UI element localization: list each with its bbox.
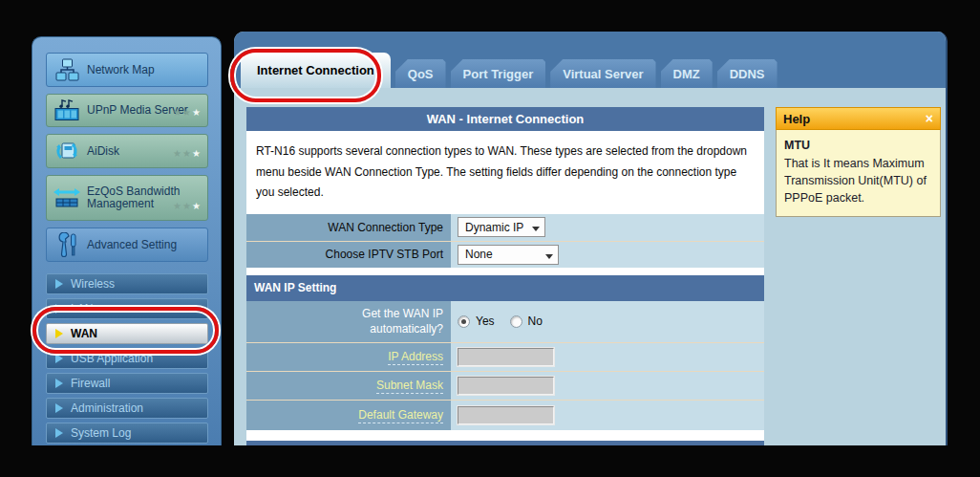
help-panel: Help × MTU That is It means Maximum Tran…	[776, 107, 941, 217]
sidebar-item-wan[interactable]: WAN	[46, 323, 208, 344]
tab-bar: Internet Connection QoS Port Trigger Vir…	[241, 32, 778, 88]
sidebar-item-firewall[interactable]: Firewall	[46, 373, 208, 394]
content-card: WAN - Internet Connection RT-N16 support…	[246, 107, 764, 445]
sidebar-item-administration[interactable]: Administration	[46, 398, 208, 419]
select-value: Dynamic IP	[465, 221, 523, 234]
subnet-mask-input[interactable]	[458, 377, 554, 395]
sidebar: Network Map UPnP Media Server ★★★	[32, 36, 222, 445]
subnet-mask-link[interactable]: Subnet Mask	[376, 379, 443, 394]
default-gateway-link[interactable]: Default Gateway	[358, 408, 443, 423]
radio-no[interactable]	[510, 315, 522, 328]
radio-yes-label: Yes	[476, 314, 495, 328]
radio-yes[interactable]	[458, 315, 470, 328]
advanced-setting-icon	[47, 232, 87, 258]
sidebar-item-label: Firewall	[71, 377, 110, 390]
network-map-icon	[47, 58, 87, 81]
page-description: RT-N16 supports several connection types…	[246, 131, 764, 214]
sidebar-item-lan[interactable]: LAN	[46, 298, 208, 319]
field-label: WAN Connection Type	[246, 214, 451, 241]
field-label: Choose IPTV STB Port	[246, 241, 451, 268]
wan-ip-section-header: WAN IP Setting	[246, 275, 764, 301]
arrow-right-icon	[55, 403, 63, 413]
rating-stars: ★★★	[173, 202, 202, 211]
table-row: WAN Connection Type Dynamic IP	[246, 214, 764, 241]
sidebar-item-label: LAN	[71, 302, 93, 315]
arrow-right-icon	[55, 428, 63, 438]
tab-ddns[interactable]: DDNS	[717, 59, 778, 88]
table-row: IP Address	[246, 342, 764, 371]
wan-ip-table: Get the WAN IP automatically? Yes No IP …	[246, 301, 764, 430]
sidebar-item-aidisk[interactable]: AiDisk ★★★	[46, 134, 208, 168]
main-panel: Internet Connection QoS Port Trigger Vir…	[234, 32, 948, 445]
arrow-right-icon	[55, 329, 63, 338]
ezqos-icon	[47, 186, 87, 209]
sidebar-item-label: USB Application	[71, 352, 153, 365]
star-icon: ★	[173, 201, 182, 211]
sidebar-item-system-log[interactable]: System Log	[46, 423, 208, 444]
star-icon: ★	[173, 148, 182, 159]
arrow-right-icon	[55, 379, 63, 388]
radio-no-label: No	[528, 314, 543, 328]
sidebar-item-label: Wireless	[71, 277, 115, 291]
help-title: Help	[783, 112, 810, 126]
sidebar-item-upnp-media-server[interactable]: UPnP Media Server ★★★	[46, 94, 208, 127]
table-row: Subnet Mask	[246, 371, 764, 400]
select-value: None	[465, 248, 493, 261]
sidebar-item-wireless[interactable]: Wireless	[46, 273, 208, 294]
sidebar-item-label: Network Map	[87, 64, 194, 76]
star-icon: ★	[173, 107, 182, 118]
field-label: Get the WAN IP automatically?	[246, 301, 451, 342]
tab-port-trigger[interactable]: Port Trigger	[451, 59, 546, 88]
star-icon: ★	[192, 201, 202, 211]
sidebar-item-label: Advanced Setting	[87, 239, 194, 251]
sidebar-item-advanced-setting[interactable]: Advanced Setting	[46, 228, 208, 262]
table-row: Get the WAN IP automatically? Yes No	[246, 301, 764, 342]
sidebar-item-ezqos-bandwidth-management[interactable]: EzQoS Bandwidth Management ★★★	[46, 175, 208, 221]
help-header: Help ×	[776, 107, 941, 130]
sidebar-item-label: WAN	[71, 327, 97, 340]
ip-address-link[interactable]: IP Address	[388, 350, 443, 365]
tab-virtual-server[interactable]: Virtual Server	[550, 59, 655, 88]
arrow-right-icon	[55, 304, 63, 314]
connection-type-table: WAN Connection Type Dynamic IP Choose IP…	[246, 214, 764, 268]
star-icon: ★	[182, 148, 192, 159]
aidisk-icon	[47, 139, 87, 163]
tab-internet-connection[interactable]: Internet Connection	[241, 53, 391, 88]
media-server-icon	[47, 98, 87, 122]
wan-connection-type-select[interactable]: Dynamic IP	[458, 217, 545, 237]
close-icon[interactable]: ×	[926, 112, 933, 125]
spacer	[246, 268, 764, 275]
help-topic: MTU	[784, 137, 932, 154]
tab-qos[interactable]: QoS	[395, 59, 446, 88]
rating-stars: ★★★	[173, 108, 202, 118]
spacer	[246, 430, 764, 441]
tab-dmz[interactable]: DMZ	[661, 59, 713, 88]
page-title: WAN - Internet Connection	[246, 107, 764, 131]
help-body: MTU That is It means Maximum Transmissio…	[776, 130, 941, 217]
arrow-right-icon	[55, 279, 63, 289]
sidebar-item-label: System Log	[71, 426, 131, 440]
next-section-header-cutoff	[246, 441, 764, 445]
star-icon: ★	[192, 107, 202, 118]
help-text: That is It means Maximum Transmission Un…	[784, 155, 932, 206]
sidebar-item-label: Administration	[71, 401, 143, 415]
table-row: Choose IPTV STB Port None	[246, 241, 764, 268]
wan-ip-auto-radio-group: Yes No	[458, 314, 764, 328]
chevron-down-icon	[532, 227, 540, 231]
star-icon: ★	[192, 148, 202, 159]
rating-stars: ★★★	[173, 149, 202, 159]
star-icon: ★	[182, 201, 192, 211]
sidebar-item-usb-application[interactable]: USB Application	[46, 348, 208, 369]
arrow-right-icon	[55, 354, 63, 363]
ip-address-input[interactable]	[458, 348, 554, 366]
default-gateway-input[interactable]	[458, 406, 554, 424]
iptv-stb-port-select[interactable]: None	[458, 245, 559, 265]
chevron-down-icon	[545, 254, 553, 259]
table-row: Default Gateway	[246, 400, 764, 430]
router-admin-page: { "sidebar": { "items": [ { "label": "Ne…	[0, 0, 980, 477]
star-icon: ★	[182, 107, 192, 118]
sidebar-item-network-map[interactable]: Network Map	[46, 53, 208, 87]
